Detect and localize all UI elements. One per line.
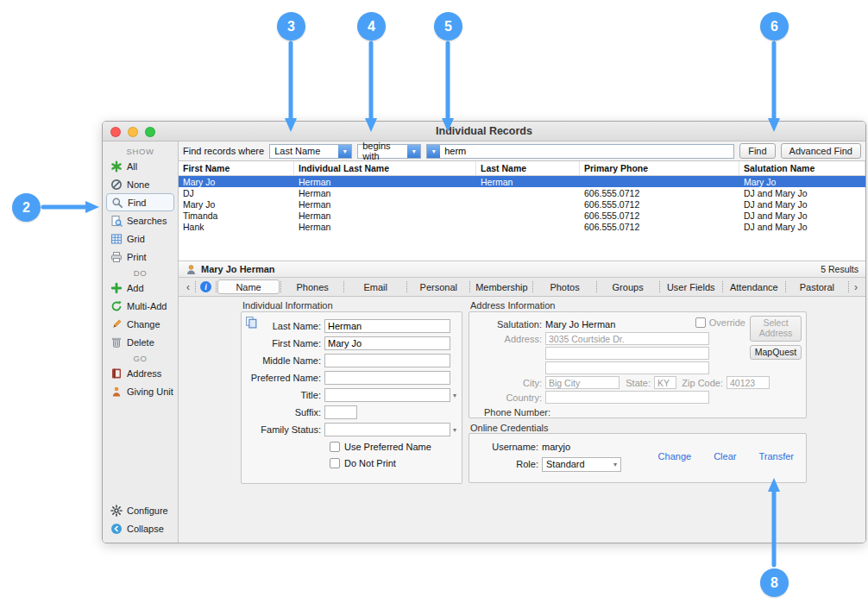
zoom-window-button[interactable] [145, 127, 155, 137]
sidebar-item-multi-add[interactable]: Multi-Add [103, 297, 178, 315]
chevron-down-icon[interactable]: ▾ [338, 145, 351, 158]
tab-groups[interactable]: Groups [598, 279, 658, 294]
tab-email[interactable]: Email [345, 279, 406, 294]
window-titlebar[interactable]: Individual Records [103, 122, 865, 141]
tab-attendance[interactable]: Attendance [724, 279, 784, 294]
close-window-button[interactable] [110, 127, 121, 137]
sidebar-item-all[interactable]: All [103, 157, 178, 175]
sidebar-item-label: Searches [127, 216, 167, 226]
chevron-down-icon[interactable]: ▾ [453, 392, 456, 399]
current-record-name: Mary Jo Herman [201, 264, 275, 274]
suffix-label: Suffix: [247, 407, 321, 418]
change-credentials-link[interactable]: Change [658, 451, 692, 461]
chevron-down-icon[interactable]: ▾ [427, 145, 440, 158]
family-status-field[interactable] [324, 423, 450, 436]
advanced-find-button[interactable]: Advanced Find [781, 143, 861, 159]
last-name-field[interactable] [324, 319, 450, 333]
field-select[interactable]: Last Name ▾ [269, 144, 352, 159]
copy-record-icon[interactable] [245, 316, 258, 329]
callout-8: 8 [760, 568, 789, 597]
sidebar-item-searches[interactable]: Searches [103, 211, 178, 229]
sidebar-item-giving-unit[interactable]: Giving Unit [103, 382, 178, 400]
search-input[interactable] [440, 145, 733, 158]
sidebar-item-find[interactable]: Find [106, 193, 174, 211]
tab-phones[interactable]: Phones [282, 279, 343, 294]
individual-information-panel: Last Name: First Name: Middle Name: Pref… [241, 311, 462, 484]
column-header[interactable]: Primary Phone [580, 161, 739, 175]
middle-name-field[interactable] [324, 354, 450, 367]
table-row[interactable]: Mary Jo Herman 606.555.0712 DJ and Mary … [179, 198, 865, 210]
address-line1-field [545, 332, 709, 345]
chevron-down-icon[interactable]: ▾ [453, 426, 456, 434]
sidebar-item-label: Giving Unit [127, 386, 173, 397]
table-row[interactable]: Mary Jo Herman Herman Mary Jo [179, 176, 865, 187]
use-preferred-name-checkbox[interactable] [330, 442, 340, 452]
suffix-field[interactable] [324, 405, 357, 419]
do-not-print-checkbox[interactable] [330, 458, 340, 468]
gear-icon [110, 505, 123, 517]
override-checkbox [695, 317, 706, 328]
individual-records-window: Individual Records SHOW All None Find Se… [102, 121, 866, 543]
cell-primary-phone: 606.555.0712 [580, 210, 739, 221]
table-row[interactable]: DJ Herman 606.555.0712 DJ and Mary Jo [179, 187, 865, 198]
sidebar-item-address[interactable]: Address [103, 364, 178, 382]
role-select[interactable]: Standard ▾ [542, 457, 621, 472]
minimize-window-button[interactable] [128, 127, 138, 137]
tab-photos[interactable]: Photos [534, 279, 594, 294]
plus-icon [110, 282, 123, 294]
tabs-scroll-right-button[interactable]: › [850, 281, 862, 293]
column-header[interactable]: Individual Last Name [294, 161, 476, 175]
table-row[interactable]: Timanda Herman 606.555.0712 DJ and Mary … [179, 210, 865, 221]
cell-individual-last-name: Herman [294, 210, 476, 221]
clear-credentials-link[interactable]: Clear [714, 451, 736, 461]
title-field[interactable] [324, 388, 450, 402]
preferred-name-label: Preferred Name: [247, 373, 321, 383]
sidebar-header-do: DO [103, 268, 178, 278]
chevron-down-icon: ▾ [613, 461, 617, 468]
sidebar-item-add[interactable]: Add [103, 279, 178, 297]
preferred-name-field[interactable] [324, 371, 450, 385]
sidebar-item-configure[interactable]: Configure [103, 501, 178, 519]
sidebar-item-change[interactable]: Change [103, 315, 178, 333]
printer-icon [110, 251, 123, 263]
column-header[interactable]: Salutation Name [739, 161, 865, 175]
cell-first-name: Mary Jo [179, 177, 294, 187]
mapquest-button[interactable]: MapQuest [750, 345, 802, 360]
tab-separator [469, 281, 470, 292]
cell-last-name: Herman [476, 177, 580, 187]
sidebar-header-go: GO [103, 354, 178, 363]
address-information-title: Address Information [470, 300, 555, 311]
chevron-down-icon[interactable]: ▾ [407, 145, 420, 158]
tab-pastoral[interactable]: Pastoral [787, 279, 847, 294]
cell-salutation-name: DJ and Mary Jo [739, 199, 865, 210]
tab-name[interactable]: Name [217, 279, 280, 294]
tab-membership[interactable]: Membership [471, 279, 531, 294]
sidebar-item-print[interactable]: Print [103, 248, 178, 266]
sidebar-item-grid[interactable]: Grid [103, 229, 178, 248]
find-button[interactable]: Find [739, 143, 775, 159]
search-field[interactable]: ▾ [426, 144, 734, 159]
tab-personal[interactable]: Personal [408, 279, 469, 294]
tab-separator [216, 281, 217, 292]
tabs-scroll-left-button[interactable]: ‹ [182, 281, 194, 293]
sidebar-item-none[interactable]: None [103, 175, 178, 193]
sidebar-item-label: All [127, 161, 137, 172]
sidebar-item-label: Grid [127, 234, 145, 244]
find-toolbar: Find records where Last Name ▾ begins wi… [179, 141, 865, 161]
sidebar-item-delete[interactable]: Delete [103, 333, 178, 351]
cell-primary-phone: 606.555.0712 [580, 222, 739, 232]
first-name-field[interactable] [324, 336, 450, 350]
transfer-credentials-link[interactable]: Transfer [758, 451, 794, 461]
tab-user-fields[interactable]: User Fields [661, 279, 721, 294]
sidebar-item-collapse[interactable]: Collapse [103, 519, 178, 537]
column-header[interactable]: First Name [179, 161, 294, 175]
online-credentials-panel: Username: maryjo Role: Standard ▾ Change… [469, 433, 807, 483]
table-row[interactable]: Hank Herman 606.555.0712 DJ and Mary Jo [179, 221, 865, 232]
zip-code-field [726, 376, 770, 389]
title-label: Title: [247, 390, 321, 400]
info-icon[interactable]: i [200, 281, 211, 292]
sidebar-item-label: Address [127, 368, 161, 379]
operator-select[interactable]: begins with ▾ [357, 144, 421, 159]
cell-first-name: Hank [179, 222, 294, 232]
column-header[interactable]: Last Name [476, 161, 580, 175]
